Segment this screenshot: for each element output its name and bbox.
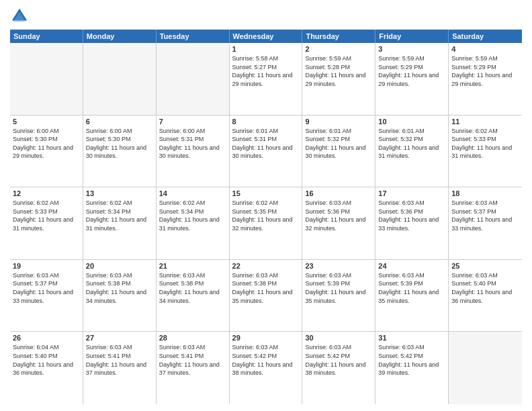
day-number: 20 (86, 262, 153, 270)
day-number: 10 (378, 118, 445, 126)
day-cell-20: 20Sunrise: 6:03 AM Sunset: 5:38 PM Dayli… (83, 260, 157, 332)
day-cell-9: 9Sunrise: 6:01 AM Sunset: 5:32 PM Daylig… (302, 116, 375, 187)
day-info: Sunrise: 6:03 AM Sunset: 5:37 PM Dayligh… (451, 199, 519, 232)
calendar-body: 1Sunrise: 5:58 AM Sunset: 5:27 PM Daylig… (10, 43, 522, 404)
day-cell-24: 24Sunrise: 6:03 AM Sunset: 5:39 PM Dayli… (375, 260, 449, 332)
day-number: 22 (232, 262, 300, 270)
day-info: Sunrise: 6:03 AM Sunset: 5:42 PM Dayligh… (232, 343, 300, 377)
day-number: 9 (305, 118, 372, 126)
day-number: 31 (378, 334, 445, 342)
day-info: Sunrise: 6:02 AM Sunset: 5:33 PM Dayligh… (451, 127, 519, 161)
calendar-week-1: 1Sunrise: 5:58 AM Sunset: 5:27 PM Daylig… (10, 43, 522, 116)
day-number: 29 (232, 334, 300, 342)
day-cell-19: 19Sunrise: 6:03 AM Sunset: 5:37 PM Dayli… (10, 260, 83, 332)
day-number: 1 (232, 45, 300, 53)
day-info: Sunrise: 5:59 AM Sunset: 5:29 PM Dayligh… (451, 54, 519, 88)
calendar: SundayMondayTuesdayWednesdayThursdayFrid… (10, 30, 522, 404)
empty-cell-4-6 (449, 332, 522, 404)
day-number: 8 (232, 118, 300, 126)
day-cell-14: 14Sunrise: 6:02 AM Sunset: 5:34 PM Dayli… (157, 187, 230, 259)
weekday-header-thursday: Thursday (302, 30, 375, 43)
day-info: Sunrise: 6:02 AM Sunset: 5:34 PM Dayligh… (86, 199, 153, 232)
weekday-header-tuesday: Tuesday (157, 30, 230, 43)
day-number: 6 (86, 118, 153, 126)
day-cell-22: 22Sunrise: 6:03 AM Sunset: 5:38 PM Dayli… (230, 260, 303, 332)
day-number: 27 (86, 334, 153, 342)
day-cell-18: 18Sunrise: 6:03 AM Sunset: 5:37 PM Dayli… (449, 187, 522, 259)
weekday-header-saturday: Saturday (449, 30, 522, 43)
day-number: 17 (378, 189, 445, 197)
day-number: 2 (305, 45, 372, 53)
header (10, 7, 522, 26)
day-info: Sunrise: 5:59 AM Sunset: 5:29 PM Dayligh… (378, 54, 445, 88)
day-cell-28: 28Sunrise: 6:03 AM Sunset: 5:41 PM Dayli… (157, 332, 230, 404)
day-info: Sunrise: 6:00 AM Sunset: 5:31 PM Dayligh… (159, 127, 226, 161)
day-cell-30: 30Sunrise: 6:03 AM Sunset: 5:42 PM Dayli… (302, 332, 375, 404)
day-cell-23: 23Sunrise: 6:03 AM Sunset: 5:39 PM Dayli… (302, 260, 375, 332)
day-cell-29: 29Sunrise: 6:03 AM Sunset: 5:42 PM Dayli… (230, 332, 303, 404)
day-number: 11 (451, 118, 519, 126)
day-cell-12: 12Sunrise: 6:02 AM Sunset: 5:33 PM Dayli… (10, 187, 83, 259)
day-number: 14 (159, 189, 226, 197)
day-info: Sunrise: 6:02 AM Sunset: 5:35 PM Dayligh… (232, 199, 300, 232)
day-number: 25 (451, 262, 519, 270)
weekday-header-monday: Monday (83, 30, 157, 43)
day-cell-13: 13Sunrise: 6:02 AM Sunset: 5:34 PM Dayli… (83, 187, 157, 259)
logo (10, 7, 32, 26)
logo-icon (10, 7, 29, 26)
day-cell-16: 16Sunrise: 6:03 AM Sunset: 5:36 PM Dayli… (302, 187, 375, 259)
day-info: Sunrise: 6:03 AM Sunset: 5:36 PM Dayligh… (305, 199, 372, 232)
day-info: Sunrise: 6:03 AM Sunset: 5:42 PM Dayligh… (378, 343, 445, 377)
day-number: 19 (13, 262, 80, 270)
day-number: 30 (305, 334, 372, 342)
day-info: Sunrise: 6:03 AM Sunset: 5:37 PM Dayligh… (13, 271, 80, 305)
day-info: Sunrise: 6:01 AM Sunset: 5:32 PM Dayligh… (305, 127, 372, 161)
day-info: Sunrise: 6:03 AM Sunset: 5:42 PM Dayligh… (305, 343, 372, 377)
calendar-week-4: 19Sunrise: 6:03 AM Sunset: 5:37 PM Dayli… (10, 260, 522, 332)
day-number: 3 (378, 45, 445, 53)
day-info: Sunrise: 6:00 AM Sunset: 5:30 PM Dayligh… (13, 127, 80, 161)
day-cell-5: 5Sunrise: 6:00 AM Sunset: 5:30 PM Daylig… (10, 116, 83, 187)
weekday-header-friday: Friday (375, 30, 449, 43)
page: SundayMondayTuesdayWednesdayThursdayFrid… (0, 0, 532, 411)
day-info: Sunrise: 6:03 AM Sunset: 5:38 PM Dayligh… (159, 271, 226, 305)
day-info: Sunrise: 6:03 AM Sunset: 5:36 PM Dayligh… (378, 199, 445, 232)
empty-cell-0-0 (10, 43, 83, 115)
calendar-week-5: 26Sunrise: 6:04 AM Sunset: 5:40 PM Dayli… (10, 332, 522, 404)
day-info: Sunrise: 6:00 AM Sunset: 5:30 PM Dayligh… (86, 127, 153, 161)
day-number: 26 (13, 334, 80, 342)
day-info: Sunrise: 6:03 AM Sunset: 5:38 PM Dayligh… (86, 271, 153, 305)
empty-cell-0-2 (157, 43, 230, 115)
day-cell-26: 26Sunrise: 6:04 AM Sunset: 5:40 PM Dayli… (10, 332, 83, 404)
calendar-week-3: 12Sunrise: 6:02 AM Sunset: 5:33 PM Dayli… (10, 187, 522, 260)
day-info: Sunrise: 6:04 AM Sunset: 5:40 PM Dayligh… (13, 343, 80, 377)
day-cell-6: 6Sunrise: 6:00 AM Sunset: 5:30 PM Daylig… (83, 116, 157, 187)
day-number: 16 (305, 189, 372, 197)
empty-cell-0-1 (83, 43, 157, 115)
day-info: Sunrise: 6:03 AM Sunset: 5:39 PM Dayligh… (378, 271, 445, 305)
day-info: Sunrise: 6:01 AM Sunset: 5:31 PM Dayligh… (232, 127, 300, 161)
day-cell-25: 25Sunrise: 6:03 AM Sunset: 5:40 PM Dayli… (449, 260, 522, 332)
day-number: 5 (13, 118, 80, 126)
day-cell-1: 1Sunrise: 5:58 AM Sunset: 5:27 PM Daylig… (230, 43, 303, 115)
day-number: 12 (13, 189, 80, 197)
day-cell-11: 11Sunrise: 6:02 AM Sunset: 5:33 PM Dayli… (449, 116, 522, 187)
weekday-header-wednesday: Wednesday (230, 30, 303, 43)
day-info: Sunrise: 6:03 AM Sunset: 5:40 PM Dayligh… (451, 271, 519, 305)
day-info: Sunrise: 6:02 AM Sunset: 5:33 PM Dayligh… (13, 199, 80, 232)
day-info: Sunrise: 6:03 AM Sunset: 5:39 PM Dayligh… (305, 271, 372, 305)
day-number: 24 (378, 262, 445, 270)
day-info: Sunrise: 5:58 AM Sunset: 5:27 PM Dayligh… (232, 54, 300, 88)
calendar-week-2: 5Sunrise: 6:00 AM Sunset: 5:30 PM Daylig… (10, 116, 522, 188)
day-info: Sunrise: 6:01 AM Sunset: 5:32 PM Dayligh… (378, 127, 445, 161)
day-number: 28 (159, 334, 226, 342)
day-cell-4: 4Sunrise: 5:59 AM Sunset: 5:29 PM Daylig… (449, 43, 522, 115)
day-info: Sunrise: 6:02 AM Sunset: 5:34 PM Dayligh… (159, 199, 226, 232)
day-cell-8: 8Sunrise: 6:01 AM Sunset: 5:31 PM Daylig… (230, 116, 303, 187)
day-cell-2: 2Sunrise: 5:59 AM Sunset: 5:28 PM Daylig… (302, 43, 375, 115)
day-cell-17: 17Sunrise: 6:03 AM Sunset: 5:36 PM Dayli… (375, 187, 449, 259)
day-cell-3: 3Sunrise: 5:59 AM Sunset: 5:29 PM Daylig… (375, 43, 449, 115)
calendar-header: SundayMondayTuesdayWednesdayThursdayFrid… (10, 30, 522, 43)
day-number: 18 (451, 189, 519, 197)
day-number: 21 (159, 262, 226, 270)
